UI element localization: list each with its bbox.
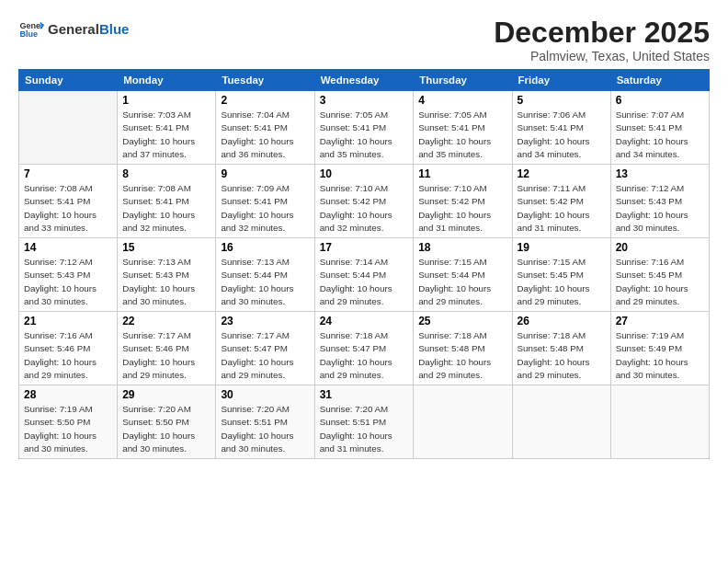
day-cell: 10Sunrise: 7:10 AMSunset: 5:42 PMDayligh… [314,165,414,238]
day-info: Sunrise: 7:12 AMSunset: 5:43 PMDaylight:… [616,182,704,235]
day-number: 22 [122,315,210,327]
day-cell: 3Sunrise: 7:05 AMSunset: 5:41 PMDaylight… [314,91,414,165]
day-number: 15 [122,241,210,254]
day-info: Sunrise: 7:19 AMSunset: 5:50 PMDaylight:… [24,403,112,455]
header: General Blue GeneralBlue December 2025 P… [18,17,710,63]
week-row-3: 21Sunrise: 7:16 AMSunset: 5:46 PMDayligh… [19,312,710,385]
col-header-thursday: Thursday [414,70,512,91]
day-cell: 31Sunrise: 7:20 AMSunset: 5:51 PMDayligh… [314,385,414,459]
day-cell: 28Sunrise: 7:19 AMSunset: 5:50 PMDayligh… [19,385,118,459]
day-number: 3 [320,94,409,107]
day-info: Sunrise: 7:04 AMSunset: 5:41 PMDaylight:… [221,109,309,161]
day-number: 13 [616,167,704,180]
day-info: Sunrise: 7:05 AMSunset: 5:41 PMDaylight:… [418,109,506,161]
col-header-friday: Friday [512,70,610,91]
day-cell: 8Sunrise: 7:08 AMSunset: 5:41 PMDaylight… [118,165,216,238]
day-number: 9 [221,167,309,180]
day-info: Sunrise: 7:06 AMSunset: 5:41 PMDaylight:… [518,109,606,161]
day-info: Sunrise: 7:13 AMSunset: 5:44 PMDaylight:… [221,256,309,308]
day-number: 12 [518,167,606,180]
day-info: Sunrise: 7:10 AMSunset: 5:42 PMDaylight:… [320,182,409,235]
logo-icon: General Blue [18,17,44,42]
title-block: December 2025 Palmview, Texas, United St… [494,17,710,63]
day-number: 19 [518,241,606,254]
day-cell: 1Sunrise: 7:03 AMSunset: 5:41 PMDaylight… [118,91,216,165]
day-cell: 12Sunrise: 7:11 AMSunset: 5:42 PMDayligh… [512,165,610,238]
day-info: Sunrise: 7:18 AMSunset: 5:48 PMDaylight:… [418,329,506,382]
day-number: 2 [221,94,309,107]
col-header-sunday: Sunday [19,70,118,91]
day-info: Sunrise: 7:08 AMSunset: 5:41 PMDaylight:… [122,182,210,235]
day-cell: 23Sunrise: 7:17 AMSunset: 5:47 PMDayligh… [216,312,314,385]
location: Palmview, Texas, United States [494,49,710,63]
day-number: 17 [320,241,409,254]
day-cell: 6Sunrise: 7:07 AMSunset: 5:41 PMDaylight… [610,91,709,165]
day-info: Sunrise: 7:15 AMSunset: 5:44 PMDaylight:… [418,256,506,308]
day-number: 31 [320,388,409,401]
day-info: Sunrise: 7:16 AMSunset: 5:45 PMDaylight:… [616,256,704,308]
day-info: Sunrise: 7:08 AMSunset: 5:41 PMDaylight:… [24,182,112,235]
day-cell: 21Sunrise: 7:16 AMSunset: 5:46 PMDayligh… [19,312,118,385]
week-row-0: 1Sunrise: 7:03 AMSunset: 5:41 PMDaylight… [19,91,710,165]
svg-text:Blue: Blue [19,29,38,39]
logo-general-text: General [48,21,99,37]
day-number: 10 [320,167,409,180]
day-info: Sunrise: 7:20 AMSunset: 5:50 PMDaylight:… [122,403,210,455]
day-cell: 4Sunrise: 7:05 AMSunset: 5:41 PMDaylight… [414,91,512,165]
week-row-4: 28Sunrise: 7:19 AMSunset: 5:50 PMDayligh… [19,385,710,459]
day-info: Sunrise: 7:19 AMSunset: 5:49 PMDaylight:… [616,329,704,382]
day-number: 16 [221,241,309,254]
day-cell: 5Sunrise: 7:06 AMSunset: 5:41 PMDaylight… [512,91,610,165]
day-number: 28 [24,388,112,401]
day-info: Sunrise: 7:20 AMSunset: 5:51 PMDaylight:… [320,403,409,455]
day-info: Sunrise: 7:14 AMSunset: 5:44 PMDaylight:… [320,256,409,308]
day-cell: 13Sunrise: 7:12 AMSunset: 5:43 PMDayligh… [610,165,709,238]
day-info: Sunrise: 7:18 AMSunset: 5:47 PMDaylight:… [320,329,409,382]
day-info: Sunrise: 7:18 AMSunset: 5:48 PMDaylight:… [518,329,606,382]
calendar-header-row: SundayMondayTuesdayWednesdayThursdayFrid… [19,70,710,91]
day-number: 4 [418,94,506,107]
month-title: December 2025 [494,17,710,49]
day-number: 21 [24,315,112,327]
day-cell: 27Sunrise: 7:19 AMSunset: 5:49 PMDayligh… [610,312,709,385]
day-cell: 19Sunrise: 7:15 AMSunset: 5:45 PMDayligh… [512,238,610,312]
day-info: Sunrise: 7:13 AMSunset: 5:43 PMDaylight:… [122,256,210,308]
col-header-tuesday: Tuesday [216,70,314,91]
day-info: Sunrise: 7:10 AMSunset: 5:42 PMDaylight:… [418,182,506,235]
day-cell: 30Sunrise: 7:20 AMSunset: 5:51 PMDayligh… [216,385,314,459]
day-number: 8 [122,167,210,180]
day-number: 7 [24,167,112,180]
day-info: Sunrise: 7:11 AMSunset: 5:42 PMDaylight:… [518,182,606,235]
day-info: Sunrise: 7:09 AMSunset: 5:41 PMDaylight:… [221,182,309,235]
day-number: 11 [418,167,506,180]
day-info: Sunrise: 7:12 AMSunset: 5:43 PMDaylight:… [24,256,112,308]
day-cell: 18Sunrise: 7:15 AMSunset: 5:44 PMDayligh… [414,238,512,312]
day-cell: 7Sunrise: 7:08 AMSunset: 5:41 PMDaylight… [19,165,118,238]
day-info: Sunrise: 7:17 AMSunset: 5:46 PMDaylight:… [122,329,210,382]
day-cell: 29Sunrise: 7:20 AMSunset: 5:50 PMDayligh… [118,385,216,459]
page: General Blue GeneralBlue December 2025 P… [0,0,728,563]
week-row-1: 7Sunrise: 7:08 AMSunset: 5:41 PMDaylight… [19,165,710,238]
day-number: 29 [122,388,210,401]
day-info: Sunrise: 7:15 AMSunset: 5:45 PMDaylight:… [518,256,606,308]
day-number: 14 [24,241,112,254]
day-number: 1 [122,94,210,107]
logo-blue-text: Blue [99,21,130,37]
day-info: Sunrise: 7:20 AMSunset: 5:51 PMDaylight:… [221,403,309,455]
day-cell: 16Sunrise: 7:13 AMSunset: 5:44 PMDayligh… [216,238,314,312]
day-cell: 17Sunrise: 7:14 AMSunset: 5:44 PMDayligh… [314,238,414,312]
day-number: 23 [221,315,309,327]
day-info: Sunrise: 7:05 AMSunset: 5:41 PMDaylight:… [320,109,409,161]
day-cell [610,385,709,459]
day-number: 27 [616,315,704,327]
day-cell: 24Sunrise: 7:18 AMSunset: 5:47 PMDayligh… [314,312,414,385]
day-cell: 26Sunrise: 7:18 AMSunset: 5:48 PMDayligh… [512,312,610,385]
day-cell: 9Sunrise: 7:09 AMSunset: 5:41 PMDaylight… [216,165,314,238]
day-cell: 20Sunrise: 7:16 AMSunset: 5:45 PMDayligh… [610,238,709,312]
day-number: 30 [221,388,309,401]
day-cell [512,385,610,459]
day-cell: 11Sunrise: 7:10 AMSunset: 5:42 PMDayligh… [414,165,512,238]
day-info: Sunrise: 7:16 AMSunset: 5:46 PMDaylight:… [24,329,112,382]
col-header-wednesday: Wednesday [314,70,414,91]
day-info: Sunrise: 7:07 AMSunset: 5:41 PMDaylight:… [616,109,704,161]
